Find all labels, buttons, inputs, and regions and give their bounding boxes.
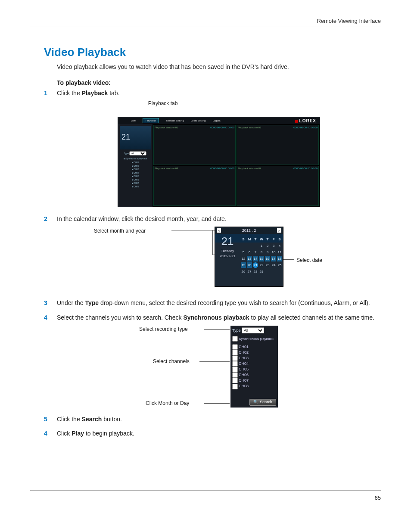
fig3-panel: Type All Synchronous playback CH01 CH02 … <box>230 326 278 408</box>
calendar-day[interactable]: 13 <box>247 256 252 261</box>
calendar-day[interactable]: 12 <box>241 256 246 261</box>
sidebar-cal-bignum: 21 <box>121 132 130 143</box>
type-select[interactable]: All <box>242 327 264 333</box>
step-4: 4 Select the channels you wish to search… <box>44 314 381 408</box>
sync-checkbox[interactable] <box>232 336 238 342</box>
search-icon: 🔍 <box>253 399 258 405</box>
step-6-number: 4 <box>44 429 47 438</box>
sidebar-ch01[interactable]: ■ CH01 <box>120 161 151 164</box>
sidebar-type-label: Type <box>124 152 129 155</box>
tab-local-setting[interactable]: Local Setting <box>191 119 206 122</box>
playback-window-04[interactable]: Playback window 040000-00-00 00:00:00 <box>237 166 319 206</box>
playback-window-01[interactable]: Playback window 010000-00-00 00:00:00 <box>153 125 236 165</box>
calendar-day[interactable]: 6 <box>247 249 252 255</box>
calendar-day[interactable]: 17 <box>271 256 276 261</box>
header-breadcrumb: Remote Viewing Interface <box>30 17 381 25</box>
calendar-day[interactable]: 5 <box>241 249 246 255</box>
tab-logout[interactable]: Logout <box>212 119 220 122</box>
step-1-bold: Playback <box>82 90 108 96</box>
calendar-month-year: 2012 . 2 <box>242 228 256 233</box>
calendar-dow-row: SMTWTFS <box>241 236 282 242</box>
step-5: 5 Click the Search button. <box>44 415 381 424</box>
ch08[interactable]: CH08 <box>232 383 276 389</box>
sidebar-type-select[interactable]: All <box>129 151 146 156</box>
sidebar-ch03[interactable]: ■ CH03 <box>120 168 151 171</box>
sidebar-calendar[interactable]: 21 <box>120 126 151 149</box>
sync-row[interactable]: Synchronous playback <box>232 336 276 342</box>
calendar-day[interactable]: 11 <box>277 249 282 255</box>
step-1-post: tab. <box>108 90 119 96</box>
calendar-day[interactable]: 9 <box>265 249 270 255</box>
tab-playback[interactable]: Playback <box>143 118 159 123</box>
sidebar-ch07[interactable]: ■ CH07 <box>120 182 151 185</box>
ch05[interactable]: CH05 <box>232 367 276 372</box>
calendar-day <box>271 269 276 274</box>
sidebar-ch05[interactable]: ■ CH05 <box>120 175 151 178</box>
ch02[interactable]: CH02 <box>232 350 276 355</box>
calendar-day[interactable]: 26 <box>241 269 246 274</box>
ch03[interactable]: CH03 <box>232 355 276 361</box>
step-3-bold: Type <box>85 299 99 306</box>
ch01[interactable]: CH01 <box>232 344 276 350</box>
calendar-day[interactable]: 24 <box>271 262 276 268</box>
sidebar-type-row: Type All <box>120 151 151 156</box>
calendar-day[interactable]: 22 <box>259 262 264 268</box>
calendar-day[interactable]: 20 <box>247 262 252 268</box>
sidebar-ch08[interactable]: ■ CH08 <box>120 185 151 188</box>
calendar-day[interactable]: 29 <box>259 269 264 274</box>
sidebar-ch02[interactable]: ■ CH02 <box>120 165 151 168</box>
calendar-day[interactable]: 28 <box>253 269 258 274</box>
calendar-next-button[interactable]: > <box>277 228 281 233</box>
calendar-day[interactable]: 27 <box>247 269 252 274</box>
top-rule <box>30 27 381 27</box>
playback-window-02[interactable]: Playback window 020000-00-00 00:00:00 <box>237 125 319 165</box>
fig3-leader-type <box>204 329 230 330</box>
calendar-day[interactable]: 18 <box>277 256 282 261</box>
calendar-day[interactable]: 1 <box>259 243 264 249</box>
ch04[interactable]: CH04 <box>232 361 276 367</box>
step-3-pre: Under the <box>57 299 85 306</box>
intro-paragraph: Video playback allows you to watch video… <box>57 63 381 72</box>
channel-list: CH01 CH02 CH03 CH04 CH05 CH06 CH07 CH08 <box>232 344 276 389</box>
calendar-day <box>277 269 282 274</box>
calendar-day[interactable]: 8 <box>259 249 264 255</box>
ch06[interactable]: CH06 <box>232 372 276 378</box>
fig1-screenshot: Live Playback Remote Setting Local Setti… <box>118 117 320 207</box>
playback-window-03[interactable]: Playback window 030000-00-00 00:00:00 <box>153 166 236 206</box>
ch07[interactable]: CH07 <box>232 378 276 383</box>
calendar-day[interactable]: 14 <box>253 256 258 261</box>
calendar-day[interactable]: 4 <box>277 243 282 249</box>
step-1-pre: Click the <box>57 90 82 96</box>
step-5-post: button. <box>102 416 122 423</box>
tab-live[interactable]: Live <box>131 119 136 122</box>
tab-remote-setting[interactable]: Remote Setting <box>166 119 184 122</box>
calendar-day[interactable]: 3 <box>271 243 276 249</box>
calendar-day[interactable]: 21 <box>253 262 258 268</box>
calendar-day[interactable]: 23 <box>265 262 270 268</box>
sidebar-ch04[interactable]: ■ CH04 <box>120 171 151 174</box>
search-button[interactable]: 🔍 Search <box>249 399 276 406</box>
calendar-day <box>247 243 252 249</box>
calendar-day[interactable]: 25 <box>277 262 282 268</box>
step-5-pre: Click the <box>57 416 82 423</box>
page-title: Video Playback <box>44 44 381 60</box>
calendar-day[interactable]: 7 <box>253 249 258 255</box>
calendar-day[interactable]: 16 <box>265 256 270 261</box>
calendar-grid: SMTWTFS 12345678910111213141516171819202… <box>240 236 283 275</box>
calendar-dayname: Tuesday <box>217 249 238 253</box>
calendar-day[interactable]: 15 <box>259 256 264 261</box>
calendar-day[interactable]: 10 <box>271 249 276 255</box>
step-2: 2 In the calendar window, click the desi… <box>44 215 381 292</box>
calendar-prev-button[interactable]: < <box>217 228 221 233</box>
step-6: 4 Click Play to begin playback. <box>44 429 381 438</box>
step-1: 1 Click the Playback tab. Playback tab L… <box>44 89 381 207</box>
calendar-datestring: 2012-2-21 <box>217 254 238 258</box>
calendar-day[interactable]: 19 <box>241 262 246 268</box>
calendar-day <box>265 269 270 274</box>
calendar-day[interactable]: 2 <box>265 243 270 249</box>
search-button-label: Search <box>260 399 272 405</box>
sidebar-ch06[interactable]: ■ CH06 <box>120 178 151 181</box>
sidebar-sync[interactable]: ■ Synchronous playback <box>120 157 151 160</box>
type-row: Type All <box>232 327 276 333</box>
fig3-leader-channels <box>199 361 230 362</box>
